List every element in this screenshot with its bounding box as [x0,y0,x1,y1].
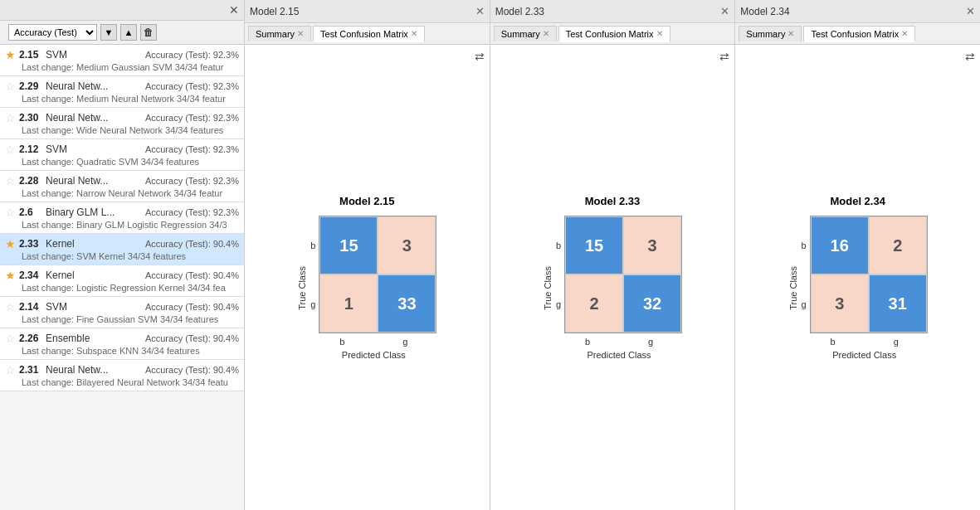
sort-select[interactable]: Accuracy (Test) Accuracy (Train) Model N… [8,24,97,41]
model-view-title: Model 2.33 [495,6,544,17]
expand-icon[interactable]: ⇄ [719,50,729,63]
model-type: SVM [46,49,142,61]
cm-grid: 16 2 3 31 [810,216,928,333]
model-list-item[interactable]: ☆ 2.28 Neural Netw... Accuracy (Test): 9… [0,171,244,202]
model-change: Last change: Narrow Neural Network 34/34… [5,188,239,198]
model-view-close-button[interactable]: ✕ [720,5,729,17]
tab-test-confusion-matrix[interactable]: Test Confusion Matrix✕ [803,26,915,42]
model-type: Kernel [46,238,142,250]
expand-icon[interactable]: ⇄ [965,50,975,63]
model-change: Last change: Subspace KNN 34/34 features [5,346,239,356]
sort-bar: Accuracy (Test) Accuracy (Train) Model N… [0,21,244,45]
cm-col-label-b: b [804,337,862,347]
cm-ylabel: True Class [543,266,553,310]
tab-close-icon[interactable]: ✕ [787,30,794,38]
star-icon: ☆ [5,300,16,313]
tab-label: Test Confusion Matrix [320,29,408,39]
model-view-title: Model 2.34 [740,6,789,17]
model-accuracy: Accuracy (Test): 92.3% [145,207,239,217]
confusion-matrix: Model 2.33 True Class b g 15 3 2 32 [543,195,682,360]
model-accuracy: Accuracy (Test): 90.4% [145,365,239,375]
model-list-item[interactable]: ☆ 2.31 Neural Netw... Accuracy (Test): 9… [0,360,244,391]
model-list-item[interactable]: ☆ 2.12 SVM Accuracy (Test): 92.3% Last c… [0,139,244,171]
delete-button[interactable]: 🗑 [140,24,157,41]
model-accuracy: Accuracy (Test): 92.3% [145,176,239,186]
tab-close-icon[interactable]: ✕ [656,30,663,38]
model-type: SVM [46,301,142,313]
cm-row-label-g: g [802,275,807,333]
tab-close-icon[interactable]: ✕ [543,30,549,38]
star-icon: ★ [5,48,16,61]
model-change: Last change: Logistic Regression Kernel … [5,283,239,293]
cm-area: True Class b g 16 2 3 31 b g [788,216,928,360]
models-close-button[interactable]: ✕ [229,3,239,17]
cm-grid: 15 3 1 33 [319,216,436,333]
star-icon: ☆ [5,111,16,124]
tab-close-icon[interactable]: ✕ [297,30,304,38]
model-change: Last change: Bilayered Neural Network 34… [5,377,239,387]
cm-grid-wrap: b g 15 3 2 32 b g Predicted Class [556,216,682,360]
model-list-item[interactable]: ☆ 2.6 Binary GLM L... Accuracy (Test): 9… [0,202,244,234]
tab-close-icon[interactable]: ✕ [411,30,417,38]
model-number: 2.26 [19,333,42,344]
models-list: ★ 2.15 SVM Accuracy (Test): 92.3% Last c… [0,45,244,510]
tab-label: Test Confusion Matrix [811,29,899,39]
cm-cell-00: 15 [319,216,378,274]
tab-summary[interactable]: Summary✕ [494,26,557,41]
cm-row-label-b: b [310,216,315,274]
model-number: 2.31 [19,364,42,376]
cm-row-labels: b g [556,216,561,333]
cm-grid: 15 3 2 32 [564,216,682,333]
model-list-item[interactable]: ★ 2.34 Kernel Accuracy (Test): 90.4% Las… [0,265,244,297]
models-panel: ✕ Accuracy (Test) Accuracy (Train) Model… [0,0,245,510]
cm-cell-00: 15 [565,216,623,274]
model-view-title: Model 2.15 [250,6,299,17]
cm-cell-01: 3 [623,216,681,274]
model-tabs: Summary✕Test Confusion Matrix✕ [245,23,490,45]
star-icon: ☆ [5,174,16,187]
model-list-item[interactable]: ★ 2.15 SVM Accuracy (Test): 92.3% Last c… [0,45,244,76]
model-number: 2.12 [19,143,42,155]
cm-xlabel: Predicted Class [556,350,682,360]
model-view: Model 2.33 ✕ Summary✕Test Confusion Matr… [490,0,736,510]
tab-test-confusion-matrix[interactable]: Test Confusion Matrix✕ [313,26,425,42]
cm-table-area: b g 15 3 2 32 [556,216,682,333]
tab-summary[interactable]: Summary✕ [248,26,311,41]
cm-xlabel: Predicted Class [802,350,928,360]
cm-cell-11: 33 [378,274,436,333]
star-icon: ☆ [5,143,16,156]
cm-cell-01: 3 [378,216,436,274]
model-type: SVM [46,143,142,155]
model-change: Last change: Medium Gaussian SVM 34/34 f… [5,62,239,72]
cm-ylabel: True Class [788,266,798,310]
sort-asc-button[interactable]: ▲ [120,24,137,41]
tab-test-confusion-matrix[interactable]: Test Confusion Matrix✕ [558,26,670,42]
model-content: ⇄ Model 2.33 True Class b g 15 3 2 32 [490,45,735,510]
expand-icon[interactable]: ⇄ [475,50,485,63]
model-list-item[interactable]: ☆ 2.14 SVM Accuracy (Test): 90.4% Last c… [0,297,244,328]
model-list-item[interactable]: ★ 2.33 Kernel Accuracy (Test): 90.4% Las… [0,234,244,265]
model-content: ⇄ Model 2.34 True Class b g 16 2 3 31 [735,45,980,510]
model-list-item[interactable]: ☆ 2.29 Neural Netw... Accuracy (Test): 9… [0,76,244,108]
model-number: 2.29 [19,80,42,92]
model-view-header: Model 2.15 ✕ [245,0,490,23]
sort-desc-button[interactable]: ▼ [100,24,117,41]
model-type: Neural Netw... [46,364,142,376]
cm-table-area: b g 16 2 3 31 [802,216,928,333]
cm-row-label-g: g [310,275,315,333]
cm-cell-10: 3 [811,274,869,333]
model-view: Model 2.34 ✕ Summary✕Test Confusion Matr… [735,0,980,510]
model-list-item[interactable]: ☆ 2.26 Ensemble Accuracy (Test): 90.4% L… [0,328,244,360]
tab-close-icon[interactable]: ✕ [901,30,908,38]
model-accuracy: Accuracy (Test): 90.4% [145,333,239,343]
cm-area: True Class b g 15 3 2 32 b g [543,216,682,360]
model-type: Neural Netw... [46,80,142,92]
model-view-close-button[interactable]: ✕ [475,5,485,17]
tab-summary[interactable]: Summary✕ [739,26,802,41]
model-view: Model 2.15 ✕ Summary✕Test Confusion Matr… [245,0,490,510]
model-view-close-button[interactable]: ✕ [966,5,975,17]
cm-grid-wrap: b g 16 2 3 31 b g Predicted Class [802,216,928,360]
model-list-item[interactable]: ☆ 2.30 Neural Netw... Accuracy (Test): 9… [0,108,244,139]
cm-col-label-g: g [867,337,925,347]
cm-col-label-g: g [622,337,680,347]
